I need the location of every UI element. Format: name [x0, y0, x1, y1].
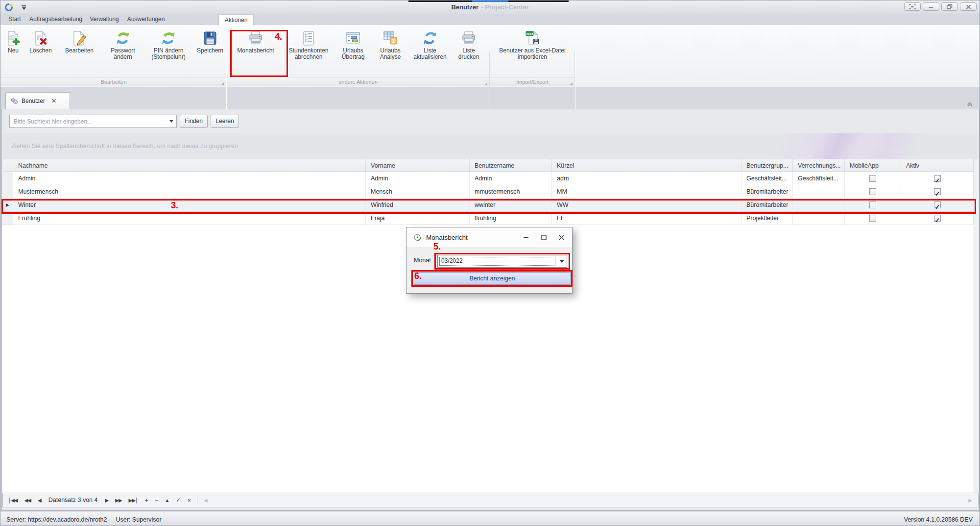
nav-last-button[interactable]: ▶▶│	[125, 498, 142, 503]
delete-document-icon	[32, 30, 49, 47]
column-header[interactable]: Kürzel	[552, 159, 741, 172]
liste-aktualisieren-button[interactable]: Liste aktualisieren	[409, 28, 451, 60]
month-combo[interactable]: 03/2022	[437, 255, 567, 268]
clear-button[interactable]: Leeren	[211, 115, 239, 128]
column-header[interactable]: Benutzergrup...	[741, 159, 793, 172]
urlaubs-uebertrag-button[interactable]: Urlaubs Übertrag	[335, 28, 372, 60]
passwort-aendern-label: Passwort ändern	[103, 48, 143, 60]
nav-next-page-button[interactable]: ▶▶	[112, 498, 125, 503]
table-row[interactable]: AdminAdminAdminadmGeschäftsleit...Geschä…	[2, 172, 974, 185]
close-icon	[966, 4, 971, 9]
monatsbericht-button[interactable]: Monatsbericht	[229, 28, 283, 54]
nav-prev-button[interactable]: ◀	[34, 498, 45, 503]
ribbon-tab-start[interactable]: Start	[3, 14, 26, 25]
dialog-close-button[interactable]	[552, 230, 570, 245]
find-button[interactable]: Finden	[180, 115, 208, 128]
mobileapp-checkbox[interactable]	[869, 188, 876, 195]
nav-delete-button[interactable]: −	[151, 497, 162, 504]
neu-button[interactable]: Neu	[2, 28, 24, 54]
nav-prev-page-button[interactable]: ◀◀	[21, 498, 34, 503]
window-title: Benutzer- Project-Center	[0, 3, 980, 11]
column-header[interactable]: Nachname	[13, 159, 366, 172]
status-bar: Server: https://dev.acadoro.de/nroth2 Us…	[0, 512, 980, 526]
mobileapp-checkbox[interactable]	[869, 215, 876, 222]
close-button[interactable]	[960, 2, 977, 11]
dialog-maximize-button[interactable]	[535, 230, 552, 245]
nav-append-button[interactable]: +	[141, 497, 151, 504]
group-by-panel[interactable]: Ziehen Sie eine Spaltenüberschrift in di…	[2, 133, 979, 159]
bearbeiten-button[interactable]: Bearbeiten	[57, 28, 101, 54]
column-header[interactable]: Benutzername	[470, 159, 552, 172]
ribbon-group-andere-aktionen: Monatsbericht Stundenkonten abrechnen	[229, 28, 489, 78]
nav-next-button[interactable]: ▶	[102, 498, 112, 503]
grid-cell: Winter	[13, 199, 366, 212]
ribbon-tab-auswertungen[interactable]: Auswertungen	[125, 14, 167, 25]
aktiv-checkbox[interactable]	[934, 215, 941, 222]
search-dropdown-icon[interactable]	[167, 115, 176, 127]
aktiv-checkbox[interactable]	[934, 175, 941, 182]
row-marker	[2, 185, 13, 199]
new-document-icon	[5, 30, 22, 47]
group-caption-bearbeiten: Bearbeiten	[1, 77, 226, 86]
ribbon-tab-auftragsbearbeitung[interactable]: Auftragsbearbeitung	[28, 14, 84, 25]
vertical-scrollbar[interactable]	[974, 159, 979, 493]
minimize-button[interactable]	[923, 2, 939, 11]
restore-button[interactable]	[941, 2, 958, 11]
ribbon-tab-verwaltung[interactable]: Verwaltung	[87, 14, 122, 25]
fullscreen-button[interactable]	[904, 2, 921, 11]
dialog-titlebar[interactable]: Monatsbericht	[406, 227, 572, 247]
nav-cancel-button[interactable]: ×	[184, 497, 194, 504]
aktiv-checkbox[interactable]	[934, 188, 941, 195]
pin-aendern-button[interactable]: PIN ändern (Stempeluhr)	[144, 28, 192, 60]
grid-cell: Fraja	[366, 212, 470, 225]
row-marker	[2, 212, 13, 225]
nav-edit-button[interactable]: ▲	[161, 498, 172, 503]
grid-cell: Mensch	[366, 185, 470, 199]
collapse-ribbon-icon[interactable]	[966, 101, 974, 108]
monatsbericht-label: Monatsbericht	[237, 48, 274, 54]
tab-close-icon[interactable]: ✕	[51, 98, 56, 104]
monatsbericht-dialog: Monatsbericht Monat 03/2022 Bericht anze…	[406, 227, 573, 294]
speichern-button[interactable]: Speichern	[194, 28, 226, 54]
month-dropdown-icon[interactable]	[557, 255, 567, 267]
column-header[interactable]: Aktiv	[901, 159, 974, 172]
table-row[interactable]: MustermenschMenschmmustermenschMMBüromit…	[2, 185, 974, 199]
column-header[interactable]: MobileApp	[845, 159, 901, 172]
svg-text:Σ: Σ	[392, 38, 395, 44]
nav-first-button[interactable]: │◀◀	[5, 498, 21, 503]
urlaubs-analyse-button[interactable]: Σ Urlaubs Analyse	[374, 28, 406, 60]
search-input[interactable]	[10, 118, 167, 125]
urlaubs-uebertrag-label: Urlaubs Übertrag	[335, 48, 372, 60]
ribbon-tab-aktionen[interactable]: Aktionen	[218, 14, 254, 25]
column-header[interactable]: Vorname	[366, 159, 470, 172]
show-report-button[interactable]: Bericht anzeigen	[414, 272, 571, 285]
hours-account-icon	[300, 30, 317, 47]
ribbon: Neu Löschen Bearbeiten	[0, 25, 980, 87]
titlebar[interactable]: Benutzer- Project-Center	[0, 0, 980, 14]
grid-cell	[901, 199, 974, 212]
dialog-minimize-button[interactable]	[517, 230, 535, 245]
grid-header-row: NachnameVornameBenutzernameKürzelBenutze…	[2, 159, 974, 172]
column-header[interactable]: Verrechnungs...	[793, 159, 845, 172]
hscroll-left-icon[interactable]: ◀	[200, 498, 211, 503]
stundenkonten-abrechnen-button[interactable]: Stundenkonten abrechnen	[285, 28, 332, 60]
month-value[interactable]: 03/2022	[438, 256, 556, 267]
document-tab-benutzer[interactable]: Benutzer ✕	[5, 92, 70, 109]
liste-drucken-button[interactable]: Liste drucken	[454, 28, 484, 60]
passwort-aendern-button[interactable]: Passwort ändern	[103, 28, 143, 60]
grid-cell: Admin	[13, 172, 366, 185]
mobileapp-checkbox[interactable]	[869, 201, 876, 208]
hscroll-right-icon[interactable]: ▶	[965, 498, 975, 503]
speichern-label: Speichern	[197, 48, 223, 54]
aktiv-checkbox[interactable]	[934, 201, 941, 208]
loeschen-button[interactable]: Löschen	[26, 28, 55, 54]
mobileapp-checkbox[interactable]	[869, 175, 876, 182]
neu-label: Neu	[8, 48, 19, 54]
table-row[interactable]: ▶WinterWinfriedwwinterWWBüromitarbeiter	[2, 199, 974, 212]
liste-aktualisieren-label: Liste aktualisieren	[409, 48, 451, 60]
table-row[interactable]: FrühlingFrajaffrühlingFFProjektleiter	[2, 212, 974, 225]
user-grid: NachnameVornameBenutzernameKürzelBenutze…	[2, 159, 974, 225]
report-clock-icon	[413, 233, 422, 242]
excel-import-button[interactable]: XLSX Benutzer aus Excel-Datei importiere…	[493, 28, 572, 60]
nav-post-button[interactable]: ✓	[172, 497, 184, 503]
